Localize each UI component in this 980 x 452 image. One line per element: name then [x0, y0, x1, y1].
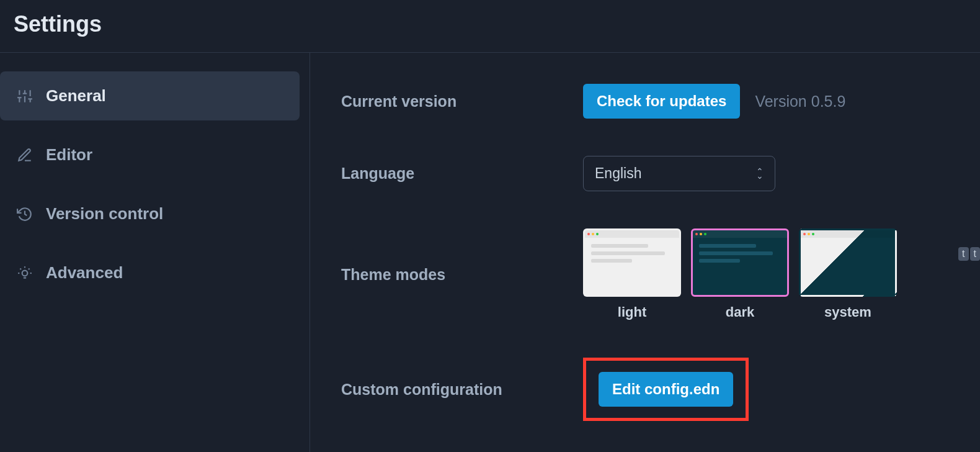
edit-config-button[interactable]: Edit config.edn [599, 372, 733, 407]
sidebar-item-advanced[interactable]: Advanced [0, 248, 300, 297]
badge-t2[interactable]: t [970, 247, 980, 261]
language-select[interactable]: English ⌃⌄ [583, 156, 775, 191]
main-content: Current version Check for updates Versio… [310, 53, 980, 452]
sidebar-item-general[interactable]: General [0, 71, 300, 120]
version-text: Version 0.5.9 [755, 93, 845, 111]
theme-preview-system [799, 228, 897, 297]
theme-label-system: system [824, 304, 871, 320]
theme-modes-label: Theme modes [341, 266, 583, 284]
sidebar-item-label: Version control [46, 204, 163, 224]
sidebar-item-editor[interactable]: Editor [0, 130, 300, 179]
sidebar-item-label: Editor [46, 145, 92, 165]
page-title: Settings [14, 11, 966, 37]
custom-config-label: Custom configuration [341, 381, 583, 399]
pencil-icon [16, 147, 33, 164]
sidebar-item-label: Advanced [46, 263, 123, 282]
history-icon [16, 206, 33, 223]
svg-line-10 [20, 268, 21, 269]
current-version-label: Current version [341, 93, 583, 111]
svg-line-11 [29, 268, 30, 269]
theme-label-dark: dark [726, 304, 754, 320]
language-label: Language [341, 165, 583, 183]
highlight-annotation: Edit config.edn [583, 358, 749, 421]
svg-point-14 [22, 270, 28, 276]
theme-option-dark[interactable]: dark [691, 228, 789, 320]
theme-preview-light [583, 228, 681, 297]
chevron-updown-icon: ⌃⌄ [756, 170, 764, 178]
sidebar: General Editor Version control [0, 53, 310, 452]
theme-option-light[interactable]: light [583, 228, 681, 320]
lightbulb-icon [16, 264, 33, 282]
sidebar-item-version-control[interactable]: Version control [0, 189, 300, 238]
check-updates-button[interactable]: Check for updates [583, 84, 740, 119]
floating-badges: t t [958, 247, 980, 261]
sidebar-item-label: General [46, 86, 106, 106]
theme-option-system[interactable]: system [799, 228, 897, 320]
language-selected: English [595, 165, 641, 182]
sliders-icon [16, 88, 33, 105]
theme-preview-dark [691, 228, 789, 297]
theme-label-light: light [618, 304, 646, 320]
badge-t1[interactable]: t [958, 247, 968, 261]
